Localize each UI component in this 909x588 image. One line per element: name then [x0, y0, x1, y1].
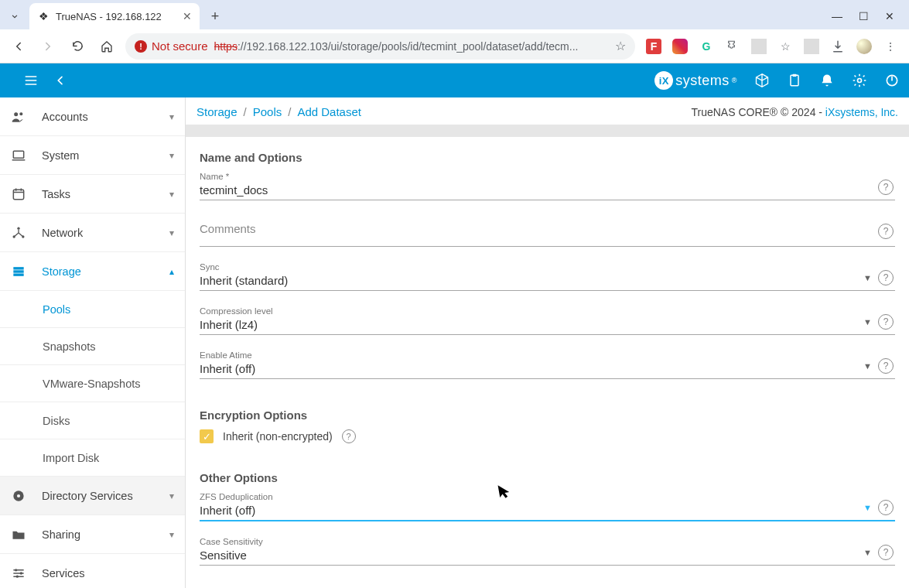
ixsystems-link[interactable]: iXsystems, Inc. [825, 106, 898, 118]
sidebar-sub-vmware-snapshots[interactable]: VMware-Snapshots [0, 365, 185, 402]
new-tab-button[interactable]: + [204, 5, 226, 27]
tasks-button[interactable] [787, 73, 802, 88]
case-sensitivity-field[interactable]: Case Sensitivity Sensitive ▼ ? [200, 537, 895, 566]
downloads-button[interactable] [830, 39, 846, 54]
copyright-text: TrueNAS CORE® © 2024 - iXsystems, Inc. [691, 106, 898, 118]
gear-icon [852, 73, 867, 88]
menu-toggle-button[interactable] [23, 73, 39, 88]
browser-menu-button[interactable]: ⋮ [883, 39, 898, 54]
flipboard-extension-icon[interactable]: F [646, 39, 661, 54]
name-field[interactable]: Name * tecmint_docs ? [200, 172, 895, 200]
help-icon[interactable]: ? [878, 314, 894, 330]
window-controls: — ☐ ✕ [830, 10, 904, 22]
help-icon[interactable]: ? [878, 270, 894, 285]
nav-back-button[interactable] [54, 74, 67, 87]
sliders-icon [11, 566, 28, 581]
compression-field[interactable]: Compression level Inherit (lz4) ▼ ? [200, 306, 895, 335]
bookmark-button[interactable]: ☆ [615, 39, 626, 53]
extensions-button[interactable] [725, 39, 740, 54]
disc-icon [11, 488, 28, 504]
bookmarks-list-button[interactable]: ☆ [777, 39, 793, 54]
back-button[interactable] [8, 36, 29, 57]
main-content: Storage / Pools / Add Dataset TrueNAS CO… [186, 97, 909, 588]
help-icon[interactable]: ? [878, 224, 894, 239]
sync-field[interactable]: Sync Inherit (standard) ▼ ? [200, 262, 895, 291]
tab-close-button[interactable]: ✕ [183, 10, 192, 22]
field-label: Comments [200, 222, 872, 235]
name-input[interactable]: tecmint_docs [200, 181, 872, 200]
profile-avatar[interactable] [856, 39, 872, 54]
sidebar-sub-disks[interactable]: Disks [0, 402, 185, 439]
chevron-down-icon: ▾ [169, 491, 174, 501]
help-icon[interactable]: ? [342, 429, 356, 443]
compression-select[interactable]: Inherit (lz4) [200, 316, 872, 334]
chevron-down-icon: ▾ [169, 529, 174, 540]
arrow-right-icon [41, 39, 55, 53]
breadcrumb-storage[interactable]: Storage [196, 105, 238, 118]
atime-select[interactable]: Inherit (off) [200, 360, 872, 378]
window-maximize-button[interactable]: ☐ [856, 10, 870, 22]
sidebar-item-services[interactable]: Services [0, 554, 185, 588]
inherit-encryption-checkbox[interactable]: ✓ [200, 429, 214, 443]
chevron-down-icon: ▾ [169, 227, 174, 238]
warning-icon: ! [135, 40, 147, 53]
help-icon[interactable]: ? [878, 545, 894, 560]
case-select[interactable]: Sensitive [200, 546, 872, 565]
sidebar-item-label: Tasks [42, 188, 155, 200]
puzzle-icon [726, 39, 740, 53]
app-topbar: iX systems® [0, 63, 909, 97]
power-button[interactable] [884, 73, 900, 88]
truecommand-button[interactable] [754, 73, 770, 88]
sidebar-item-system[interactable]: System ▾ [0, 136, 185, 175]
app-body: Accounts ▾ System ▾ Tasks ▾ Network ▾ St… [0, 97, 909, 588]
sidebar-item-tasks[interactable]: Tasks ▾ [0, 175, 185, 214]
dedup-field[interactable]: ZFS Deduplication Inherit (off) ▼ ? [200, 492, 895, 521]
sidebar-item-sharing[interactable]: Sharing ▾ [0, 515, 185, 554]
svg-rect-4 [13, 151, 23, 158]
alerts-button[interactable] [819, 73, 835, 88]
divider [804, 39, 819, 54]
power-icon [884, 73, 900, 88]
section-title-encryption: Encryption Options [200, 409, 895, 422]
svg-rect-1 [793, 74, 797, 77]
cube-icon [754, 73, 770, 88]
sync-select[interactable]: Inherit (standard) [200, 272, 872, 290]
forward-button[interactable] [37, 36, 59, 57]
atime-field[interactable]: Enable Atime Inherit (off) ▼ ? [200, 350, 895, 379]
download-icon [831, 39, 845, 53]
sidebar-item-accounts[interactable]: Accounts ▾ [0, 97, 185, 136]
help-icon[interactable]: ? [878, 358, 894, 374]
arrow-left-icon [12, 39, 26, 53]
breadcrumb-add-dataset[interactable]: Add Dataset [297, 105, 361, 118]
help-icon[interactable]: ? [878, 179, 894, 195]
reload-button[interactable] [67, 36, 88, 57]
tab-search-dropdown[interactable] [5, 6, 25, 26]
dedup-select[interactable]: Inherit (off) [200, 501, 872, 520]
svg-rect-0 [791, 75, 798, 85]
security-indicator[interactable]: ! Not secure [135, 39, 208, 53]
sidebar-item-storage[interactable]: Storage ▴ [0, 252, 185, 291]
window-close-button[interactable]: ✕ [883, 10, 897, 22]
field-label: Case Sensitivity [200, 537, 872, 546]
browser-chrome: ❖ TrueNAS - 192.168.122 ✕ + — ☐ ✕ ! Not … [0, 0, 909, 63]
help-icon[interactable]: ? [878, 500, 894, 515]
ixsystems-logo[interactable]: iX systems® [654, 71, 737, 90]
chevron-left-icon [54, 74, 67, 87]
address-bar[interactable]: ! Not secure https://192.168.122.103/ui/… [125, 33, 635, 60]
browser-tab[interactable]: ❖ TrueNAS - 192.168.122 ✕ [29, 3, 200, 29]
sidebar-sub-pools[interactable]: Pools [0, 291, 185, 328]
breadcrumb-pools[interactable]: Pools [253, 105, 282, 118]
instagram-extension-icon[interactable] [672, 39, 688, 54]
comments-field[interactable]: Comments ? [200, 216, 895, 247]
window-minimize-button[interactable]: — [830, 10, 844, 22]
svg-rect-10 [13, 270, 23, 272]
sidebar-sub-import-disk[interactable]: Import Disk [0, 439, 185, 477]
home-button[interactable] [96, 36, 118, 57]
sidebar-item-label: Accounts [42, 111, 155, 123]
grammarly-extension-icon[interactable]: G [699, 39, 714, 54]
sidebar-item-directory-services[interactable]: Directory Services ▾ [0, 477, 185, 515]
sidebar-item-network[interactable]: Network ▾ [0, 214, 185, 252]
svg-point-13 [17, 494, 20, 497]
settings-button[interactable] [852, 73, 867, 88]
sidebar-sub-snapshots[interactable]: Snapshots [0, 328, 185, 365]
